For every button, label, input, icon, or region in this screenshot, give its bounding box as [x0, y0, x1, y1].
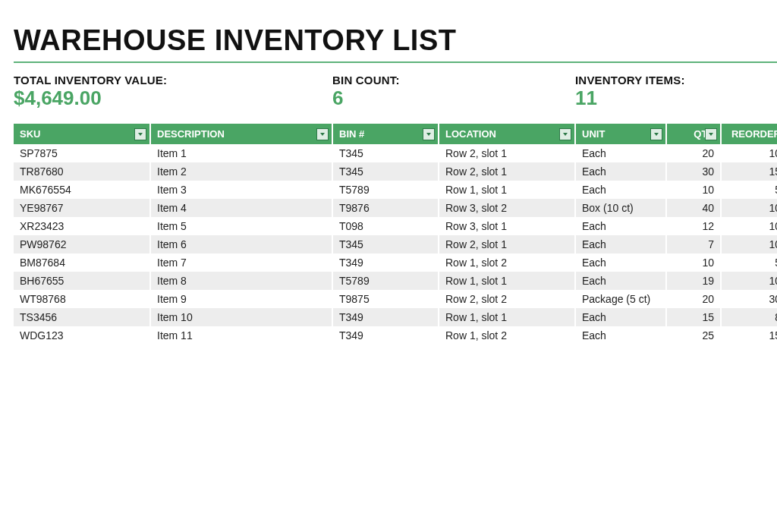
filter-dropdown-icon[interactable]: [559, 128, 571, 140]
cell-sku: BM87684: [14, 253, 150, 272]
cell-description: Item 6: [150, 235, 332, 253]
summary-items-label: INVENTORY ITEMS:: [575, 74, 685, 87]
filter-dropdown-icon[interactable]: [134, 128, 146, 140]
cell-description: Item 8: [150, 272, 332, 290]
summary-items-value: 11: [575, 87, 685, 110]
col-reorder-label: REORDER: [731, 128, 777, 140]
cell-reorder: 5: [721, 253, 777, 272]
cell-description: Item 1: [150, 144, 332, 162]
cell-sku: WDG123: [14, 326, 150, 345]
cell-qty: 10: [666, 181, 721, 199]
col-sku[interactable]: SKU: [14, 124, 150, 144]
cell-qty: 40: [666, 199, 721, 217]
summary-bincount-value: 6: [332, 87, 575, 110]
col-description-label: DESCRIPTION: [157, 128, 225, 140]
cell-unit: Each: [575, 253, 666, 272]
filter-dropdown-icon[interactable]: [705, 128, 717, 140]
table-row: YE98767Item 4T9876Row 3, slot 2Box (10 c…: [14, 199, 777, 217]
cell-bin: T345: [332, 162, 439, 181]
cell-bin: T5789: [332, 272, 439, 290]
cell-reorder: 10: [721, 217, 777, 235]
cell-description: Item 10: [150, 308, 332, 326]
summary-total: TOTAL INVENTORY VALUE: $4,649.00: [14, 74, 332, 110]
col-unit[interactable]: UNIT: [575, 124, 666, 144]
cell-reorder: 10: [721, 144, 777, 162]
cell-reorder: 8: [721, 308, 777, 326]
cell-description: Item 9: [150, 290, 332, 308]
cell-unit: Each: [575, 272, 666, 290]
cell-location: Row 3, slot 1: [439, 217, 575, 235]
table-header-row: SKU DESCRIPTION BIN # LOCATION UNIT QTY …: [14, 124, 777, 144]
table-row: MK676554Item 3T5789Row 1, slot 1Each105: [14, 181, 777, 199]
cell-unit: Box (10 ct): [575, 199, 666, 217]
summary-bincount-label: BIN COUNT:: [332, 74, 575, 87]
cell-reorder: 15: [721, 326, 777, 345]
cell-unit: Each: [575, 217, 666, 235]
table-row: WDG123Item 11T349Row 1, slot 2Each2515: [14, 326, 777, 345]
cell-sku: SP7875: [14, 144, 150, 162]
cell-sku: BH67655: [14, 272, 150, 290]
cell-location: Row 1, slot 2: [439, 253, 575, 272]
summary-total-label: TOTAL INVENTORY VALUE:: [14, 74, 332, 87]
cell-reorder: 10: [721, 199, 777, 217]
cell-location: Row 2, slot 1: [439, 162, 575, 181]
cell-bin: T349: [332, 308, 439, 326]
table-row: BM87684Item 7T349Row 1, slot 2Each105: [14, 253, 777, 272]
cell-description: Item 4: [150, 199, 332, 217]
cell-qty: 15: [666, 308, 721, 326]
cell-location: Row 3, slot 2: [439, 199, 575, 217]
filter-dropdown-icon[interactable]: [316, 128, 329, 140]
cell-location: Row 2, slot 1: [439, 144, 575, 162]
cell-sku: MK676554: [14, 181, 150, 199]
cell-unit: Each: [575, 326, 666, 345]
cell-reorder: 10: [721, 272, 777, 290]
table-row: TS3456Item 10T349Row 1, slot 1Each158: [14, 308, 777, 326]
summary-total-value: $4,649.00: [14, 87, 332, 110]
cell-qty: 12: [666, 217, 721, 235]
cell-bin: T345: [332, 144, 439, 162]
cell-bin: T345: [332, 235, 439, 253]
col-location-label: LOCATION: [445, 128, 496, 140]
cell-bin: T349: [332, 253, 439, 272]
cell-sku: TR87680: [14, 162, 150, 181]
table-row: XR23423Item 5T098Row 3, slot 1Each1210: [14, 217, 777, 235]
col-description[interactable]: DESCRIPTION: [150, 124, 332, 144]
cell-bin: T5789: [332, 181, 439, 199]
filter-dropdown-icon[interactable]: [423, 128, 435, 140]
table-row: TR87680Item 2T345Row 2, slot 1Each3015: [14, 162, 777, 181]
table-row: SP7875Item 1T345Row 2, slot 1Each2010: [14, 144, 777, 162]
cell-location: Row 1, slot 1: [439, 308, 575, 326]
summary-bar: TOTAL INVENTORY VALUE: $4,649.00 BIN COU…: [14, 74, 777, 110]
table-row: PW98762Item 6T345Row 2, slot 1Each710: [14, 235, 777, 253]
filter-dropdown-icon[interactable]: [650, 128, 662, 140]
col-location[interactable]: LOCATION: [439, 124, 575, 144]
cell-unit: Each: [575, 181, 666, 199]
cell-unit: Each: [575, 162, 666, 181]
cell-location: Row 1, slot 1: [439, 181, 575, 199]
cell-location: Row 2, slot 1: [439, 235, 575, 253]
cell-qty: 20: [666, 144, 721, 162]
inventory-table: SKU DESCRIPTION BIN # LOCATION UNIT QTY …: [14, 124, 777, 345]
col-bin-label: BIN #: [339, 128, 364, 140]
title-rule: [14, 61, 777, 63]
col-reorder[interactable]: REORDER: [721, 124, 777, 144]
cell-qty: 25: [666, 326, 721, 345]
cell-qty: 30: [666, 162, 721, 181]
cell-unit: Each: [575, 308, 666, 326]
table-row: BH67655Item 8T5789Row 1, slot 1Each1910: [14, 272, 777, 290]
cell-unit: Each: [575, 235, 666, 253]
col-qty[interactable]: QTY: [666, 124, 721, 144]
summary-items: INVENTORY ITEMS: 11: [575, 74, 685, 110]
page-title: WAREHOUSE INVENTORY LIST: [14, 24, 777, 57]
cell-bin: T098: [332, 217, 439, 235]
cell-qty: 20: [666, 290, 721, 308]
cell-description: Item 5: [150, 217, 332, 235]
cell-sku: YE98767: [14, 199, 150, 217]
cell-bin: T9875: [332, 290, 439, 308]
cell-reorder: 10: [721, 235, 777, 253]
col-bin[interactable]: BIN #: [332, 124, 439, 144]
cell-description: Item 7: [150, 253, 332, 272]
cell-reorder: 30: [721, 290, 777, 308]
cell-reorder: 5: [721, 181, 777, 199]
cell-sku: TS3456: [14, 308, 150, 326]
